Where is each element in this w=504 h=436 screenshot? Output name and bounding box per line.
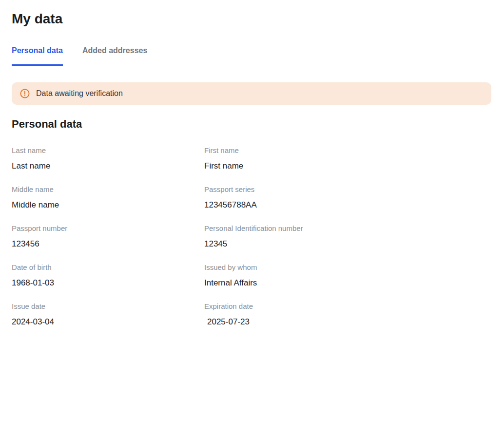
my-data-page: My data Personal data Added addresses Da… xyxy=(0,0,504,436)
section-heading: Personal data xyxy=(12,117,491,131)
field-value: 123456788AA xyxy=(204,200,491,210)
field-value: Last name xyxy=(12,161,204,171)
field-issued-by-whom: Issued by whom Internal Affairs xyxy=(204,263,491,288)
field-passport-series: Passport series 123456788AA xyxy=(204,185,491,210)
field-last-name: Last name Last name xyxy=(12,146,204,171)
field-value: 2025-07-23 xyxy=(204,317,491,327)
verification-alert-banner: Data awaiting verification xyxy=(12,82,491,105)
field-label: Expiration date xyxy=(204,302,491,311)
field-value: 1968-01-03 xyxy=(12,278,204,288)
field-label: Date of birth xyxy=(12,263,204,272)
field-value: Internal Affairs xyxy=(204,278,491,288)
field-first-name: First name First name xyxy=(204,146,491,171)
warning-circle-icon xyxy=(20,89,30,98)
field-label: Passport number xyxy=(12,224,204,233)
field-label: Middle name xyxy=(12,185,204,194)
field-value: 12345 xyxy=(204,239,491,249)
tab-bar: Personal data Added addresses xyxy=(12,46,491,66)
field-value: 2024-03-04 xyxy=(12,317,204,327)
field-label: Last name xyxy=(12,146,204,155)
field-value: First name xyxy=(204,161,491,171)
field-date-of-birth: Date of birth 1968-01-03 xyxy=(12,263,204,288)
field-label: Passport series xyxy=(204,185,491,194)
field-label: Issued by whom xyxy=(204,263,491,272)
alert-message: Data awaiting verification xyxy=(36,89,123,98)
field-label: Issue date xyxy=(12,302,204,311)
tab-personal-data[interactable]: Personal data xyxy=(12,46,63,66)
personal-data-fields: Last name Last name First name First nam… xyxy=(12,146,491,327)
tab-added-addresses[interactable]: Added addresses xyxy=(82,46,147,66)
field-expiration-date: Expiration date 2025-07-23 xyxy=(204,302,491,327)
field-passport-number: Passport number 123456 xyxy=(12,224,204,249)
field-label: Personal Identification number xyxy=(204,224,491,233)
page-title: My data xyxy=(12,11,491,27)
field-issue-date: Issue date 2024-03-04 xyxy=(12,302,204,327)
field-value: Middle name xyxy=(12,200,204,210)
field-label: First name xyxy=(204,146,491,155)
field-personal-identification-number: Personal Identification number 12345 xyxy=(204,224,491,249)
field-value: 123456 xyxy=(12,239,204,249)
field-middle-name: Middle name Middle name xyxy=(12,185,204,210)
